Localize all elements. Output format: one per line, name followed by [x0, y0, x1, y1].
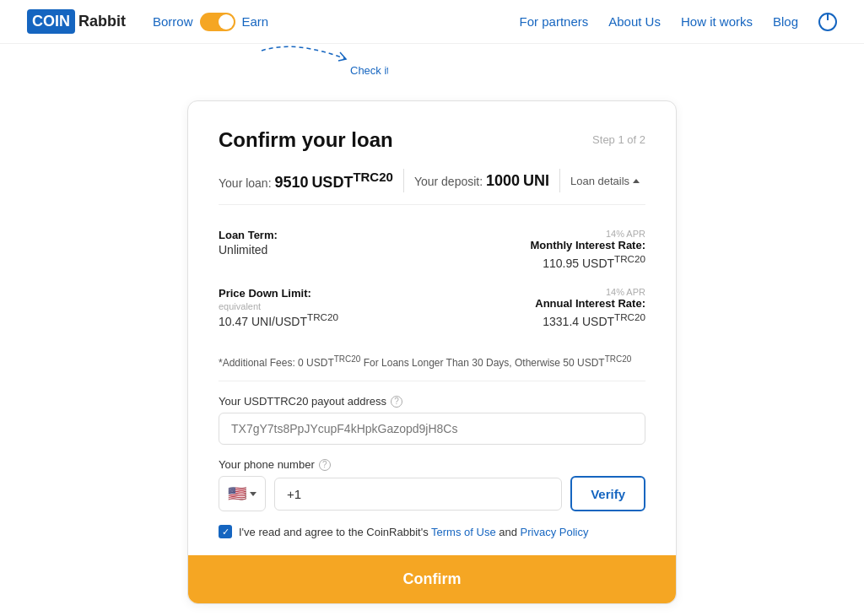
- monthly-interest-value: 110.95 USDTTRC20: [432, 253, 645, 270]
- loan-value: 9510: [274, 174, 308, 191]
- phone-row: 🇺🇸 Verify: [219, 476, 645, 511]
- terms-text: I've read and agree to the CoinRabbit's …: [239, 526, 588, 538]
- card-header: Confirm your loan Step 1 of 2: [219, 128, 645, 152]
- phone-field-block: Your phone number ? 🇺🇸 Verify: [219, 458, 645, 511]
- annual-interest-cell: 14% APR Annual Interest Rate: 1331.4 USD…: [432, 278, 645, 337]
- price-down-cell: Price Down Limit: equivalent 10.47 UNI/U…: [219, 278, 432, 337]
- arrow-svg: Check it out!: [219, 44, 388, 90]
- terms-pre-text: I've read and agree to the CoinRabbit's: [239, 526, 431, 538]
- borrow-earn-toggle[interactable]: [200, 13, 235, 31]
- logo-rabbit: Rabbit: [78, 13, 126, 30]
- confirm-button[interactable]: Confirm: [188, 555, 676, 603]
- payout-help-icon[interactable]: ?: [391, 396, 402, 408]
- annual-interest-note: 14% APR: [432, 287, 645, 297]
- card-title: Confirm your loan: [219, 128, 393, 152]
- summary-separator: [403, 169, 404, 192]
- nav-how-it-works-link[interactable]: How it works: [681, 14, 753, 29]
- navbar: COIN Rabbit Borrow Earn For partners Abo…: [0, 0, 864, 44]
- fees-note-rest: For Loans Longer Than 30 Days, Otherwise…: [360, 357, 604, 369]
- annual-interest-label: Annual Interest Rate:: [432, 297, 645, 310]
- loan-summary-row: Your loan: 9510 USDTTRC20 Your deposit: …: [219, 169, 645, 205]
- verify-button[interactable]: Verify: [570, 476, 645, 511]
- nav-blog-link[interactable]: Blog: [773, 14, 798, 29]
- fees-note-text: *Additional Fees: 0 USDT: [219, 357, 334, 369]
- monthly-interest-note: 14% APR: [432, 229, 645, 239]
- loan-term-value: Unlimited: [219, 243, 432, 257]
- annual-interest-value: 1331.4 USDTTRC20: [432, 311, 645, 328]
- deposit-label: Your deposit:: [414, 175, 483, 188]
- monthly-interest-label: Monthly Interest Rate:: [432, 239, 645, 251]
- summary-separator-2: [559, 169, 560, 192]
- chevron-down-icon: [250, 492, 256, 496]
- logo-coin: COIN: [27, 9, 75, 34]
- loan-currency: USDTTRC20: [311, 174, 393, 191]
- chevron-up-icon: [633, 179, 640, 183]
- details-grid: Loan Term: Unlimited 14% APR Monthly Int…: [219, 220, 645, 336]
- terms-checkbox[interactable]: ✓: [219, 525, 232, 538]
- verify-label: Verify: [591, 487, 625, 501]
- loan-label: Your loan:: [219, 176, 272, 190]
- deposit-amount-block: Your deposit: 1000 UNI: [414, 172, 549, 190]
- phone-number-input[interactable]: [274, 478, 562, 511]
- logo[interactable]: COIN Rabbit: [27, 9, 126, 34]
- deposit-value: 1000: [486, 172, 520, 189]
- terms-row: ✓ I've read and agree to the CoinRabbit'…: [219, 525, 645, 550]
- loan-details-label: Loan details: [570, 175, 629, 187]
- payout-field-label: Your USDTTRC20 payout address ?: [219, 395, 645, 408]
- fees-note: *Additional Fees: 0 USDTTRC20 For Loans …: [219, 346, 645, 381]
- power-icon[interactable]: [818, 13, 837, 31]
- nav-about-us-link[interactable]: About Us: [608, 14, 661, 29]
- nav-for-partners-link[interactable]: For partners: [520, 14, 589, 29]
- price-down-label: Price Down Limit:: [219, 287, 432, 300]
- country-code-selector[interactable]: 🇺🇸: [219, 476, 266, 511]
- nav-borrow-link[interactable]: Borrow: [153, 14, 193, 29]
- deposit-currency: UNI: [523, 172, 549, 189]
- loan-details-button[interactable]: Loan details: [570, 175, 640, 187]
- loan-term-cell: Loan Term: Unlimited: [219, 220, 432, 278]
- privacy-policy-link[interactable]: Privacy Policy: [521, 526, 589, 538]
- card-wrap: Confirm your loan Step 1 of 2 Your loan:…: [0, 92, 864, 616]
- arrow-label: Check it out!: [350, 64, 388, 77]
- phone-label-text: Your phone number: [219, 458, 315, 471]
- fees-note-sup2: TRC20: [605, 354, 632, 364]
- fees-note-sup: TRC20: [334, 354, 361, 364]
- price-down-note: equivalent: [219, 301, 432, 311]
- nav-earn-link[interactable]: Earn: [242, 14, 269, 29]
- step-label: Step 1 of 2: [592, 133, 645, 146]
- confirm-label: Confirm: [403, 570, 462, 587]
- terms-and-text: and: [496, 526, 521, 538]
- toggle-knob: [219, 14, 234, 30]
- phone-field-label: Your phone number ?: [219, 458, 645, 471]
- terms-of-use-link[interactable]: Terms of Use: [431, 526, 496, 538]
- arrow-callout-wrap: Check it out!: [0, 44, 864, 92]
- loan-term-label: Loan Term:: [219, 229, 432, 241]
- payout-field-block: Your USDTTRC20 payout address ?: [219, 395, 645, 445]
- us-flag: 🇺🇸: [228, 484, 246, 503]
- checkmark-icon: ✓: [222, 527, 230, 537]
- payout-label-text: Your USDTTRC20 payout address: [219, 395, 386, 408]
- monthly-interest-cell: 14% APR Monthly Interest Rate: 110.95 US…: [432, 220, 645, 278]
- nav-left: Borrow Earn: [153, 13, 268, 31]
- loan-confirm-card: Confirm your loan Step 1 of 2 Your loan:…: [187, 100, 677, 604]
- loan-amount-block: Your loan: 9510 USDTTRC20: [219, 170, 393, 192]
- nav-right: For partners About Us How it works Blog: [520, 13, 837, 31]
- phone-help-icon[interactable]: ?: [319, 459, 331, 471]
- price-down-value: 10.47 UNI/USDTTRC20: [219, 311, 432, 328]
- payout-address-input[interactable]: [219, 413, 645, 445]
